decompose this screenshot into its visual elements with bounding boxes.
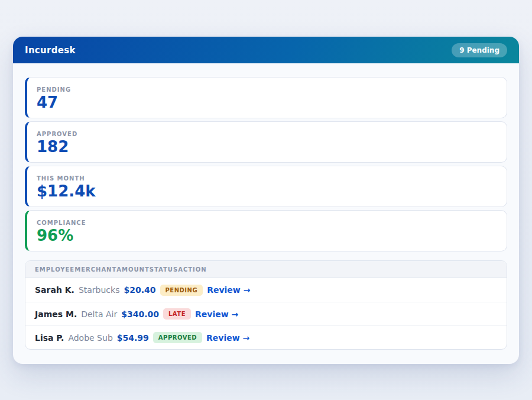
merchant-name: Adobe Sub <box>68 333 112 343</box>
column-header: STATUS <box>150 266 178 273</box>
table-row: James M. Delta Air $340.00 LATE Review → <box>25 302 507 325</box>
amount-value: $340.00 <box>121 309 159 319</box>
stat-value: 47 <box>37 95 497 110</box>
status-badge: PENDING <box>160 285 203 296</box>
stat-card: COMPLIANCE 96% <box>25 210 507 251</box>
expense-table: EMPLOYEE MERCHANT AMOUNT STATUS ACTION S… <box>25 260 507 350</box>
status-badge: APPROVED <box>153 332 202 343</box>
employee-name: Sarah K. <box>35 285 74 295</box>
pending-count-badge: 9 Pending <box>452 43 507 57</box>
stat-value: 96% <box>37 228 497 243</box>
app-header: Incurdesk 9 Pending <box>13 37 519 63</box>
stat-card: PENDING 47 <box>25 77 507 118</box>
stat-card: APPROVED 182 <box>25 121 507 163</box>
app-title: Incurdesk <box>25 45 76 56</box>
review-link[interactable]: Review → <box>207 285 250 295</box>
card-body: PENDING 47 APPROVED 182 THIS MONTH $12.4… <box>13 63 519 364</box>
stats-section: PENDING 47 APPROVED 182 THIS MONTH $12.4… <box>25 77 507 251</box>
stat-label: THIS MONTH <box>37 175 497 182</box>
employee-name: James M. <box>35 309 77 319</box>
app-card: Incurdesk 9 Pending PENDING 47 APPROVED … <box>13 37 519 364</box>
table-body: Sarah K. Starbucks $20.40 PENDING Review… <box>25 278 507 349</box>
column-header: EMPLOYEE <box>35 266 74 273</box>
status-badge: LATE <box>163 308 191 320</box>
amount-value: $54.99 <box>117 333 149 343</box>
table-row: Lisa P. Adobe Sub $54.99 APPROVED Review… <box>25 325 507 349</box>
stat-value: $12.4k <box>37 183 497 199</box>
column-header: ACTION <box>178 266 207 273</box>
review-link[interactable]: Review → <box>206 333 249 343</box>
stat-label: COMPLIANCE <box>37 220 497 226</box>
table-header-row: EMPLOYEE MERCHANT AMOUNT STATUS ACTION <box>25 261 507 278</box>
stat-label: PENDING <box>37 86 497 93</box>
review-link[interactable]: Review → <box>195 309 238 319</box>
table-row: Sarah K. Starbucks $20.40 PENDING Review… <box>25 278 507 302</box>
stat-value: 182 <box>37 139 497 154</box>
column-header: MERCHANT <box>74 266 116 273</box>
merchant-name: Starbucks <box>79 285 120 295</box>
page-background: Incurdesk 9 Pending PENDING 47 APPROVED … <box>0 0 532 364</box>
merchant-name: Delta Air <box>81 309 117 319</box>
amount-value: $20.40 <box>124 285 155 295</box>
stat-label: APPROVED <box>37 131 497 137</box>
stat-card: THIS MONTH $12.4k <box>25 166 507 207</box>
column-header: AMOUNT <box>116 266 150 273</box>
employee-name: Lisa P. <box>35 333 64 343</box>
